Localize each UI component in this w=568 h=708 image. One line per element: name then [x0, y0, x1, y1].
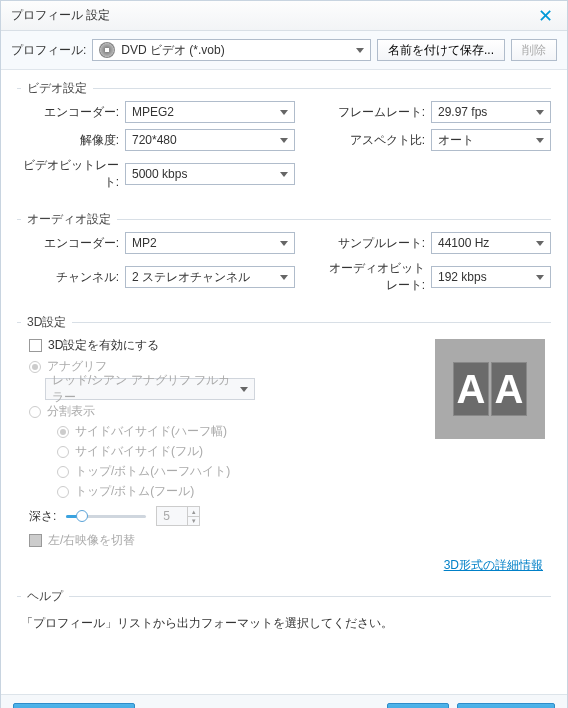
help-text: 「プロフィール」リストから出力フォーマットを選択してください。: [21, 615, 547, 632]
chevron-down-icon: [280, 138, 288, 143]
preview-letter-left: A: [453, 362, 489, 416]
chevron-down-icon: [280, 275, 288, 280]
help-fieldset: ヘルプ 「プロフィール」リストから出力フォーマットを選択してください。: [17, 596, 551, 678]
restore-default-button[interactable]: デフォルトに戻す: [13, 703, 135, 708]
video-bitrate-value: 5000 kbps: [132, 167, 187, 181]
audio-encoder-value: MP2: [132, 236, 157, 250]
save-as-button[interactable]: 名前を付けて保存...: [377, 39, 505, 61]
sbs-full-label: サイドバイサイド(フル): [75, 443, 203, 460]
ok-button[interactable]: 確認: [387, 703, 449, 708]
delete-button: 削除: [511, 39, 557, 61]
samplerate-value: 44100 Hz: [438, 236, 489, 250]
cancel-button[interactable]: キャンセル: [457, 703, 555, 708]
split-radio: [29, 406, 41, 418]
aspect-label: アスペクト比:: [337, 132, 431, 149]
audio-encoder-label: エンコーダー:: [17, 235, 125, 252]
framerate-label: フレームレート:: [337, 104, 431, 121]
profile-toolbar: プロフィール: DVD ビデオ (*.vob) 名前を付けて保存... 削除: [1, 31, 567, 70]
depth-spinner: 5 ▲▼: [156, 506, 200, 526]
threed-detail-link[interactable]: 3D形式の詳細情報: [444, 558, 543, 572]
swap-lr-label: 左/右映像を切替: [48, 532, 135, 549]
audio-bitrate-value: 192 kbps: [438, 270, 487, 284]
anaglyph-type-select: レッド/シアン アナグリフ フルカラー: [45, 378, 255, 400]
depth-slider: [66, 509, 146, 523]
preview-letter-right: A: [491, 362, 527, 416]
profile-label: プロフィール:: [11, 42, 86, 59]
sbs-half-radio: [57, 426, 69, 438]
content-area: ビデオ設定 エンコーダー: MPEG2 フレームレート: 29.97 fps: [1, 70, 567, 694]
chevron-down-icon: [356, 48, 364, 53]
video-legend: ビデオ設定: [21, 80, 93, 97]
channel-value: 2 ステレオチャンネル: [132, 269, 250, 286]
chevron-down-icon: [536, 110, 544, 115]
video-encoder-select[interactable]: MPEG2: [125, 101, 295, 123]
framerate-value: 29.97 fps: [438, 105, 487, 119]
profile-value: DVD ビデオ (*.vob): [121, 42, 350, 59]
aspect-select[interactable]: オート: [431, 129, 551, 151]
close-icon[interactable]: ✕: [534, 5, 557, 27]
tb-half-label: トップ/ボトム(ハーフハイト): [75, 463, 230, 480]
chevron-down-icon: [280, 241, 288, 246]
titlebar: プロフィール 設定 ✕: [1, 1, 567, 31]
resolution-value: 720*480: [132, 133, 177, 147]
enable-3d-checkbox[interactable]: [29, 339, 42, 352]
resolution-label: 解像度:: [17, 132, 125, 149]
chevron-down-icon: [536, 138, 544, 143]
resolution-select[interactable]: 720*480: [125, 129, 295, 151]
depth-label: 深さ:: [29, 508, 56, 525]
chevron-down-icon: [280, 110, 288, 115]
chevron-down-icon: [536, 275, 544, 280]
chevron-down-icon: [280, 172, 288, 177]
tb-full-radio: [57, 486, 69, 498]
spin-down-icon: ▼: [187, 516, 199, 525]
anaglyph-type-value: レッド/シアン アナグリフ フルカラー: [52, 372, 240, 406]
profile-select[interactable]: DVD ビデオ (*.vob): [92, 39, 371, 61]
audio-bitrate-select[interactable]: 192 kbps: [431, 266, 551, 288]
threed-preview: A A: [435, 339, 545, 439]
chevron-down-icon: [240, 387, 248, 392]
aspect-value: オート: [438, 132, 474, 149]
channel-select[interactable]: 2 ステレオチャンネル: [125, 266, 295, 288]
audio-legend: オーディオ設定: [21, 211, 117, 228]
window-title: プロフィール 設定: [11, 7, 110, 24]
profile-settings-window: プロフィール 設定 ✕ プロフィール: DVD ビデオ (*.vob) 名前を付…: [0, 0, 568, 708]
video-bitrate-select[interactable]: 5000 kbps: [125, 163, 295, 185]
swap-lr-checkbox: [29, 534, 42, 547]
audio-encoder-select[interactable]: MP2: [125, 232, 295, 254]
video-fieldset: ビデオ設定 エンコーダー: MPEG2 フレームレート: 29.97 fps: [17, 88, 551, 207]
help-legend: ヘルプ: [21, 588, 69, 605]
slider-thumb: [76, 510, 88, 522]
tb-half-radio: [57, 466, 69, 478]
footer: デフォルトに戻す 確認 キャンセル: [1, 694, 567, 708]
threed-fieldset: 3D設定 3D設定を有効にする アナグリフ レッド/シアン アナグリフ フルカラ…: [17, 322, 551, 584]
enable-3d-label: 3D設定を有効にする: [48, 337, 159, 354]
samplerate-label: サンプルレート:: [337, 235, 431, 252]
audio-bitrate-label: オーディオビットレート:: [323, 260, 431, 294]
threed-legend: 3D設定: [21, 314, 72, 331]
dvd-icon: [99, 42, 115, 58]
spin-up-icon: ▲: [187, 507, 199, 516]
video-bitrate-label: ビデオビットレート:: [17, 157, 125, 191]
channel-label: チャンネル:: [17, 269, 125, 286]
anaglyph-radio: [29, 361, 41, 373]
depth-value: 5: [163, 509, 170, 523]
tb-full-label: トップ/ボトム(フール): [75, 483, 194, 500]
video-encoder-value: MPEG2: [132, 105, 174, 119]
framerate-select[interactable]: 29.97 fps: [431, 101, 551, 123]
sbs-full-radio: [57, 446, 69, 458]
samplerate-select[interactable]: 44100 Hz: [431, 232, 551, 254]
split-label: 分割表示: [47, 403, 95, 420]
video-encoder-label: エンコーダー:: [17, 104, 125, 121]
chevron-down-icon: [536, 241, 544, 246]
audio-fieldset: オーディオ設定 エンコーダー: MP2 サンプルレート: 44100 Hz: [17, 219, 551, 310]
sbs-half-label: サイドバイサイド(ハーフ幅): [75, 423, 227, 440]
